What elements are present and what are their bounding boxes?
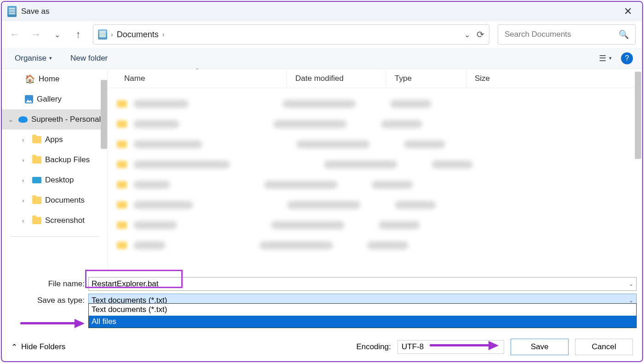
column-type[interactable]: Type [386,69,466,88]
new-folder-button[interactable]: New folder [67,52,111,65]
location-icon [98,29,107,40]
search-box[interactable]: 🔍 [498,24,636,45]
filename-row: File name: RestartExplorer.bat ⌄ [2,276,642,292]
gallery-icon [25,95,33,103]
annotation-arrow [20,318,89,329]
search-icon[interactable]: 🔍 [619,29,629,40]
column-name[interactable]: ⌃ Name [108,69,287,88]
savetype-dropdown: Text documents (*.txt) All files [88,303,637,328]
chevron-down-icon[interactable]: ⌄ [464,30,470,39]
home-icon: 🏠 [25,74,35,84]
file-rows-blurred [108,88,642,261]
help-icon[interactable]: ? [621,52,633,64]
tree-item-desktop[interactable]: › Desktop [2,170,107,190]
chevron-right-icon[interactable]: › [22,197,29,204]
main-area: 🏠 Home Gallery ⌄ Supreeth - Personal › A… [2,69,642,271]
scrollbar-thumb[interactable] [101,80,107,149]
chevron-down-icon: ▾ [49,55,52,61]
chevron-down-icon[interactable]: ⌄ [629,297,633,304]
sort-asc-icon: ⌃ [195,68,199,74]
column-date[interactable]: Date modified [287,69,386,88]
search-input[interactable] [505,30,619,39]
toolbar: Organise ▾ New folder ☰ ▾ ? [2,48,642,69]
recent-down-icon[interactable]: ⌄ [51,28,63,41]
folder-icon [32,136,41,143]
tree-item-backup[interactable]: › Backup Files [2,150,107,170]
folder-icon [32,217,41,224]
navigation-tree: 🏠 Home Gallery ⌄ Supreeth - Personal › A… [2,69,108,271]
tree-item-onedrive[interactable]: ⌄ Supreeth - Personal [2,109,107,130]
chevron-down-icon[interactable]: ⌄ [629,281,633,287]
list-view-icon: ☰ [599,53,606,63]
close-icon[interactable]: ✕ [619,4,637,19]
savetype-option-all[interactable]: All files [89,316,636,328]
back-icon[interactable]: ← [8,28,21,41]
chevron-right-icon[interactable]: › [22,217,29,224]
file-list: ⌃ Name Date modified Type Size [108,69,642,271]
window-title: Save as [21,7,49,16]
folder-icon [32,197,41,204]
titlebar: Save as ✕ [2,2,642,21]
forward-icon[interactable]: → [29,28,42,41]
chevron-down-icon: ▾ [609,55,612,61]
chevron-right-icon[interactable]: › [162,31,165,38]
tree-item-home[interactable]: 🏠 Home [2,69,107,89]
filename-label: File name: [7,279,88,289]
hide-folders-button[interactable]: ⌃ Hide Folders [11,342,65,352]
desktop-icon [32,177,41,183]
column-size[interactable]: Size [466,69,642,88]
chevron-down-icon[interactable]: ⌄ [8,116,15,123]
encoding-select[interactable]: UTF-8 [397,340,504,354]
tree-item-screenshot[interactable]: › Screenshot [2,210,107,231]
organise-button[interactable]: Organise ▾ [11,52,56,65]
chevron-right-icon[interactable]: › [111,31,113,38]
view-options-button[interactable]: ☰ ▾ [599,53,612,63]
tree-item-documents[interactable]: › Documents [2,190,107,210]
chevron-right-icon[interactable]: › [22,177,29,184]
chevron-up-icon: ⌃ [11,342,17,352]
scrollbar-thumb[interactable] [635,72,641,159]
column-headers: ⌃ Name Date modified Type Size [108,69,642,88]
refresh-icon[interactable]: ⟳ [477,29,484,40]
address-bar[interactable]: › Documents › ⌄ ⟳ [93,24,489,45]
folder-icon [32,156,41,164]
footer: ⌃ Hide Folders Encoding: UTF-8 Save Canc… [2,336,642,357]
notepad-icon [7,6,17,17]
tree-item-apps[interactable]: › Apps [2,130,107,150]
savetype-label: Save as type: [7,296,88,305]
divider [10,236,99,237]
save-button[interactable]: Save [511,339,569,355]
save-as-dialog: Save as ✕ ← → ⌄ ↑ › Documents › ⌄ ⟳ 🔍 Or… [1,1,643,362]
breadcrumb-item[interactable]: Documents [117,30,159,40]
cancel-button[interactable]: Cancel [575,339,633,355]
onedrive-icon [18,116,28,123]
encoding-label: Encoding: [356,342,391,352]
scrollbar[interactable] [635,72,641,268]
up-icon[interactable]: ↑ [72,28,85,41]
chevron-right-icon[interactable]: › [22,157,29,164]
savetype-option-txt[interactable]: Text documents (*.txt) [89,304,636,316]
form-area: File name: RestartExplorer.bat ⌄ Save as… [2,271,642,309]
tree-item-gallery[interactable]: Gallery [2,89,107,109]
navigation-bar: ← → ⌄ ↑ › Documents › ⌄ ⟳ 🔍 [2,21,642,48]
chevron-right-icon[interactable]: › [22,136,29,143]
filename-input[interactable]: RestartExplorer.bat ⌄ [88,277,637,291]
